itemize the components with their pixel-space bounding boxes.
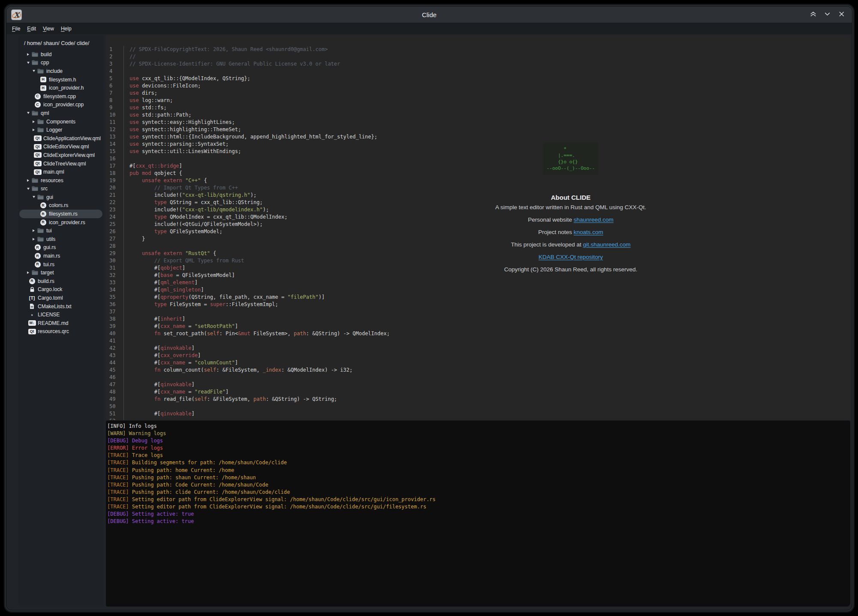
chevron-down-icon[interactable] (31, 70, 36, 72)
tree-item-src[interactable]: src (19, 185, 102, 193)
code-line: 39 #[cxx_name = "setRootPath"] (106, 323, 850, 330)
chevron-right-icon[interactable] (25, 179, 31, 182)
line-number: 39 (106, 323, 123, 330)
tree-item-tui[interactable]: tui (19, 226, 102, 235)
tree-item-resources[interactable]: resources (19, 176, 102, 185)
tree-item-label: CMakeLists.txt (38, 303, 72, 310)
tree-item-clideapplicationview-qml[interactable]: QtClideApplicationView.qml (19, 134, 102, 143)
chevron-down-icon[interactable] (25, 188, 31, 190)
code-editor[interactable]: 1// SPDX-FileCopyrightText: 2026, Shaun … (106, 35, 850, 420)
maximize-button[interactable] (809, 11, 817, 18)
tree-item-license[interactable]: ⋆LICENSE (19, 310, 102, 319)
titlebar[interactable]: X Clide (6, 6, 852, 23)
chevron-down-icon[interactable] (25, 62, 31, 64)
line-number: 46 (106, 374, 123, 381)
chevron-right-icon[interactable] (25, 53, 31, 56)
tree-item-clideexplorerview-qml[interactable]: QtClideExplorerView.qml (19, 151, 102, 159)
tree-item-clidetreeview-qml[interactable]: QtClideTreeView.qml (19, 159, 102, 168)
tree-item-build-rs[interactable]: Rbuild.rs (19, 277, 102, 285)
tree-item-gui[interactable]: gui (19, 193, 102, 201)
link-knoats-com[interactable]: knoats.com (574, 229, 603, 235)
log-line: [TRACE] Pushing path: home Current: /hom… (107, 467, 850, 474)
menu-view[interactable]: View (39, 24, 57, 33)
tree-item-logger[interactable]: Logger (19, 126, 102, 134)
link-git-shaunreed-com[interactable]: git.shaunreed.com (583, 241, 631, 248)
chevron-right-icon[interactable] (31, 129, 36, 131)
tree-item-cargo-toml[interactable]: [T]Cargo.toml (19, 294, 102, 302)
tree-item-label: icon_provider.cpp (43, 102, 84, 108)
line-number: 45 (106, 367, 123, 374)
tree-item-icon-provider-cpp[interactable]: Cicon_provider.cpp (19, 101, 102, 109)
folder-icon (31, 111, 39, 116)
line-number: 50 (106, 403, 123, 410)
chevron-right-icon[interactable] (31, 238, 36, 240)
tree-item-tui-rs[interactable]: Rtui.rs (19, 260, 102, 269)
tree-item-icon-provider-rs[interactable]: Ricon_provider.rs (19, 218, 102, 227)
tree-item-clideeditorview-qml[interactable]: QtClideEditorView.qml (19, 143, 102, 151)
tree-item-icon-provider-h[interactable]: Hicon_provider.h (19, 84, 102, 92)
link-shaunreed-com[interactable]: shaunreed.com (574, 216, 614, 223)
tree-item-colors-rs[interactable]: Rcolors.rs (19, 201, 102, 210)
tree-item-label: ClideTreeView.qml (43, 161, 86, 167)
line-number: 21 (106, 192, 123, 199)
line-number: 9 (106, 104, 123, 111)
double-chevron-up-icon (810, 10, 817, 19)
tree-item-main-qml[interactable]: Qtmain.qml (19, 168, 102, 176)
tree-item-label: ClideEditorView.qml (43, 144, 89, 150)
menu-edit[interactable]: Edit (24, 24, 39, 33)
chevron-right-icon[interactable] (31, 229, 36, 232)
chevron-down-icon[interactable] (25, 112, 31, 114)
tree-item-cargo-lock[interactable]: Cargo.lock (19, 285, 102, 294)
tree-item-build[interactable]: build (19, 50, 102, 59)
chevron-right-icon[interactable] (31, 120, 36, 123)
link-kdab-cxx-qt-repository[interactable]: KDAB CXX-Qt repository (539, 254, 603, 260)
tree-item-target[interactable]: target (19, 268, 102, 277)
line-number: 43 (106, 352, 123, 359)
code-content: #[cxx_name = "columnCount"] (123, 359, 850, 367)
tree-item-cmakelists-txt[interactable]: CMakeLists.txt (19, 302, 102, 311)
tree-item-readme-md[interactable]: M↓README.md (19, 319, 102, 328)
line-number: 35 (106, 294, 123, 301)
line-number: 48 (106, 388, 123, 396)
tree-item-resources-qrc[interactable]: Qtresources.qrc (19, 328, 102, 336)
tree-item-utils[interactable]: utils (19, 235, 102, 243)
menu-file[interactable]: File (9, 24, 24, 33)
log-line: [TRACE] Building segments for path: /hom… (107, 459, 850, 466)
log-line: [TRACE] Pushing path: shaun Current: /ho… (107, 474, 850, 481)
line-number: 37 (106, 308, 123, 316)
log-line: [DEBUG] Setting active: true (107, 511, 850, 518)
code-content: #[qproperty(QString, file_path, cxx_name… (123, 294, 850, 301)
code-content (123, 418, 850, 420)
tree-item-filesystem-h[interactable]: Hfilesystem.h (19, 75, 102, 84)
tree-item-filesystem-cpp[interactable]: Cfilesystem.cpp (19, 92, 102, 101)
log-output[interactable]: [INFO] Info logs[WARN] Warning logs[DEBU… (106, 421, 850, 607)
tree-item-cpp[interactable]: cpp (19, 59, 102, 67)
file-explorer[interactable]: / home/ shaun/ Code/ clide/ buildcppincl… (18, 35, 103, 607)
code-line: 35 #[qproperty(QString, file_path, cxx_n… (106, 294, 850, 301)
line-number: 13 (106, 133, 123, 141)
tree-item-label: resources.qrc (38, 328, 69, 334)
line-number: 42 (106, 345, 123, 352)
tree-item-include[interactable]: include (19, 67, 102, 75)
code-content: fn column_count(self: &FileSystem, _inde… (123, 367, 850, 374)
line-number: 18 (106, 170, 123, 177)
tree-item-filesystem-rs[interactable]: Rfilesystem.rs (19, 210, 102, 218)
tree-item-qml[interactable]: qml (19, 109, 102, 117)
chevron-right-icon[interactable] (25, 271, 31, 274)
tree-item-components[interactable]: Components (19, 117, 102, 126)
code-line: 49 fn read_file(self: &FileSystem, path:… (106, 396, 850, 403)
code-line: 4 (106, 68, 850, 75)
chevron-down-icon[interactable] (31, 196, 36, 198)
tree-item-label: target (41, 270, 54, 276)
tree-item-gui-rs[interactable]: Rgui.rs (19, 243, 102, 252)
menu-help[interactable]: Help (57, 24, 75, 33)
line-number: 15 (106, 148, 123, 155)
tree-item-label: gui (46, 194, 53, 200)
code-line: 33 #[qml_element] (106, 279, 850, 286)
tree-item-main-rs[interactable]: Rmain.rs (19, 252, 102, 260)
code-content: use devicons::FileIcon; (123, 82, 850, 90)
minimize-button[interactable] (823, 11, 831, 18)
line-number: 33 (106, 279, 123, 286)
folder-icon (36, 228, 45, 233)
close-button[interactable] (837, 11, 845, 18)
